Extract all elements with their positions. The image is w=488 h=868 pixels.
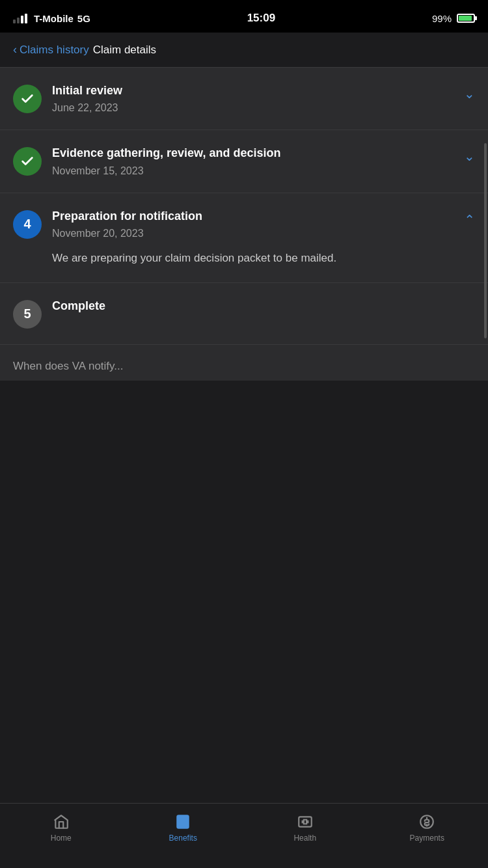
step-4-number-icon: 4 xyxy=(13,210,42,239)
step-4-chevron-up-icon: ⌄ xyxy=(464,211,475,227)
home-icon xyxy=(52,813,70,831)
nav-item-health[interactable]: Health xyxy=(244,810,366,845)
step-5-title: Complete xyxy=(52,299,475,314)
benefits-label: Benefits xyxy=(169,834,197,843)
step-2-title: Evidence gathering, review, and decision xyxy=(52,146,456,161)
signal-icon xyxy=(13,14,27,23)
bottom-nav: Home Benefits Health Pa xyxy=(0,803,488,868)
payments-label: Payments xyxy=(410,834,444,843)
network-type: 5G xyxy=(77,13,90,24)
back-label: Claims history xyxy=(20,44,89,57)
step-1-title: Initial review xyxy=(52,83,456,98)
back-chevron-icon: ‹ xyxy=(13,43,17,57)
step-2-chevron-down-icon: ⌄ xyxy=(464,148,475,164)
partial-text-content: When does VA notify... xyxy=(13,358,475,375)
benefits-icon xyxy=(174,813,192,831)
partial-content: When does VA notify... xyxy=(0,345,488,381)
health-icon xyxy=(296,813,314,831)
step-4-title: Preparation for notification xyxy=(52,209,456,224)
step-1-chevron-down-icon: ⌄ xyxy=(464,86,475,102)
step-complete[interactable]: 5 Complete xyxy=(0,283,488,345)
nav-item-payments[interactable]: Payments xyxy=(366,810,489,845)
step-1-date: June 22, 2023 xyxy=(52,102,456,114)
nav-header: ‹ Claims history Claim details xyxy=(0,33,488,68)
carrier-info: T-Mobile 5G xyxy=(13,13,90,24)
step-preparation-notification[interactable]: 4 Preparation for notification November … xyxy=(0,193,488,283)
status-bar: T-Mobile 5G 15:09 99% xyxy=(0,0,488,33)
step-evidence-gathering[interactable]: Evidence gathering, review, and decision… xyxy=(0,130,488,193)
payments-icon xyxy=(418,813,436,831)
step-1-status-icon xyxy=(13,85,42,113)
step-5-number-icon: 5 xyxy=(13,300,42,329)
step-4-description: We are preparing your claim decision pac… xyxy=(52,250,456,267)
step-5-number: 5 xyxy=(23,306,31,321)
nav-item-home[interactable]: Home xyxy=(0,810,122,845)
svg-rect-4 xyxy=(299,817,312,826)
battery-icon xyxy=(457,14,475,23)
step-4-date: November 20, 2023 xyxy=(52,228,456,239)
claim-steps-list: Initial review June 22, 2023 ⌄ Evidence … xyxy=(0,68,488,381)
back-button[interactable]: ‹ Claims history xyxy=(13,43,89,57)
step-2-status-icon xyxy=(13,147,42,176)
home-label: Home xyxy=(51,834,72,843)
step-initial-review[interactable]: Initial review June 22, 2023 ⌄ xyxy=(0,68,488,130)
status-right: 99% xyxy=(432,13,475,24)
step-2-date: November 15, 2023 xyxy=(52,165,456,177)
health-label: Health xyxy=(293,834,316,843)
nav-item-benefits[interactable]: Benefits xyxy=(122,810,245,845)
scroll-indicator xyxy=(484,143,487,338)
time-display: 15:09 xyxy=(247,12,275,25)
carrier-name: T-Mobile xyxy=(34,13,74,24)
battery-percent: 99% xyxy=(432,13,452,24)
page-title: Claim details xyxy=(93,44,156,57)
step-4-number: 4 xyxy=(23,217,31,232)
